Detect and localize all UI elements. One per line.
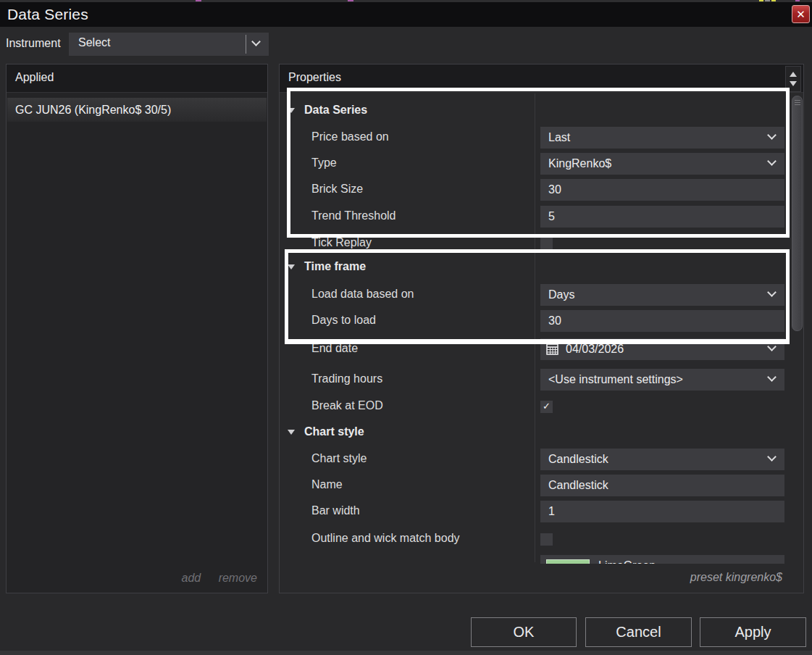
- row-label: Load data based on: [311, 288, 414, 301]
- name-input[interactable]: Candlestick: [540, 475, 784, 496]
- field-value: KingRenko$: [548, 157, 611, 170]
- bar-width-input[interactable]: 1: [540, 501, 784, 522]
- brick-size-input[interactable]: 30: [540, 179, 784, 201]
- artifact-pixel: [795, 0, 800, 1]
- section-header-chart-style[interactable]: Chart style: [288, 425, 364, 438]
- field-value: 04/03/2026: [566, 338, 624, 360]
- applied-header: Applied: [7, 64, 267, 93]
- property-grid: Data Series Price based on Last Type Kin…: [280, 93, 792, 564]
- row-label: End date: [311, 342, 358, 355]
- apply-button[interactable]: Apply: [700, 617, 806, 647]
- chevron-down-icon: [767, 130, 777, 140]
- end-date-picker[interactable]: 04/03/2026: [540, 338, 784, 360]
- field-value: Candlestick: [548, 453, 608, 465]
- dialog-title: Data Series: [7, 6, 88, 23]
- section-header-data-series[interactable]: Data Series: [288, 104, 367, 117]
- chevron-down-icon: [767, 452, 777, 462]
- collapse-triangle-icon: [288, 430, 295, 435]
- scrollbar-grip: [795, 104, 800, 105]
- section-header-time-frame[interactable]: Time frame: [288, 260, 366, 273]
- title-bar: Data Series ✕: [0, 2, 812, 27]
- close-icon[interactable]: ✕: [792, 5, 810, 23]
- ok-button[interactable]: OK: [471, 617, 577, 647]
- row-label: Outline and wick match body: [311, 532, 460, 545]
- row-label: Tick Replay: [311, 236, 372, 249]
- combo-divider: [246, 35, 246, 54]
- instrument-label: Instrument: [6, 37, 61, 50]
- collapse-triangle-icon: [288, 264, 295, 270]
- properties-panel: Properties Data Series Price based on La…: [279, 64, 804, 593]
- row-label: Name: [311, 478, 343, 491]
- tick-replay-checkbox[interactable]: [540, 238, 553, 250]
- scrollbar-thumb[interactable]: [792, 96, 803, 331]
- color-swatch: [546, 559, 590, 564]
- row-label: Trading hours: [311, 372, 382, 385]
- chevron-down-icon: [767, 157, 777, 166]
- row-label: Bar width: [311, 504, 360, 517]
- applied-panel: Applied GC JUN26 (KingRenko$ 30/5) add r…: [6, 64, 268, 593]
- scrollbar-grip: [795, 102, 800, 103]
- properties-header: Properties: [280, 64, 803, 93]
- field-value: Days: [548, 288, 574, 301]
- trend-threshold-input[interactable]: 5: [540, 206, 784, 228]
- row-label: Brick Size: [311, 183, 363, 196]
- instrument-select[interactable]: Select: [69, 33, 269, 56]
- calendar-icon: [546, 343, 558, 355]
- scroll-up-icon[interactable]: [790, 72, 797, 77]
- row-label: Trend Threshold: [311, 209, 396, 222]
- artifact-pixel: [348, 0, 353, 1]
- cancel-button[interactable]: Cancel: [585, 617, 692, 647]
- field-value: Last: [548, 131, 570, 143]
- up-bar-color-select[interactable]: LimeGreen: [540, 555, 784, 564]
- add-link[interactable]: add: [181, 572, 201, 584]
- artifact-pixel: [771, 0, 776, 1]
- break-at-eod-checkbox[interactable]: [540, 401, 553, 413]
- type-select[interactable]: KingRenko$: [540, 153, 784, 175]
- preset-label: preset kingrenko$: [690, 571, 782, 584]
- outline-wick-match-body-checkbox[interactable]: [540, 533, 553, 546]
- row-label: Days to load: [311, 314, 376, 327]
- days-to-load-input[interactable]: 30: [540, 310, 784, 332]
- collapse-triangle-icon: [288, 108, 295, 113]
- artifact-pixel: [196, 0, 201, 1]
- row-label: Price based on: [311, 130, 389, 143]
- artifact-pixel: [759, 0, 763, 1]
- background-edge-strip: [0, 651, 812, 655]
- row-label: Break at EOD: [311, 399, 383, 412]
- grid-column-divider: [535, 93, 535, 562]
- chevron-down-icon: [767, 288, 777, 297]
- scroll-button-box: [785, 66, 801, 92]
- chevron-down-icon: [251, 37, 261, 46]
- row-label: Type: [311, 157, 337, 170]
- instrument-select-value: Select: [78, 36, 110, 49]
- artifact-pixel: [765, 0, 770, 1]
- scroll-down-icon[interactable]: [790, 81, 797, 86]
- chevron-down-icon: [767, 372, 777, 382]
- remove-link[interactable]: remove: [219, 572, 257, 584]
- properties-header-label: Properties: [288, 71, 341, 84]
- scrollbar-grip: [795, 100, 800, 101]
- field-value: <Use instrument settings>: [548, 373, 683, 385]
- load-data-based-on-select[interactable]: Days: [540, 284, 784, 306]
- chart-style-select[interactable]: Candlestick: [540, 449, 784, 470]
- applied-list-item[interactable]: GC JUN26 (KingRenko$ 30/5): [7, 98, 267, 122]
- trading-hours-select[interactable]: <Use instrument settings>: [540, 369, 784, 391]
- row-label: Chart style: [311, 452, 367, 465]
- field-value: LimeGreen: [598, 555, 656, 564]
- price-based-on-select[interactable]: Last: [540, 127, 784, 149]
- applied-header-label: Applied: [15, 71, 54, 84]
- chevron-down-icon: [767, 342, 777, 351]
- data-series-dialog: Data Series ✕ Instrument Select Applied …: [0, 0, 812, 655]
